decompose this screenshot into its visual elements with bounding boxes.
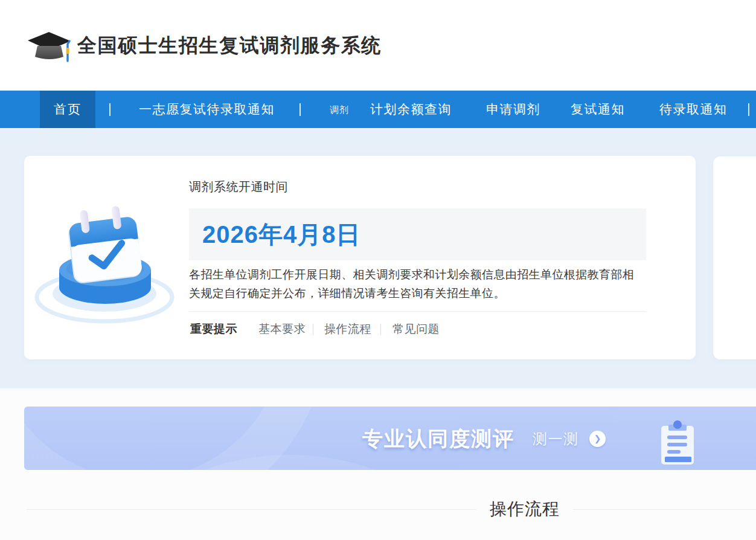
open-time-label: 调剂系统开通时间 [189, 179, 288, 195]
open-time-description: 各招生单位调剂工作开展日期、相关调剂要求和计划余额信息由招生单位根据教育部相关规… [189, 265, 637, 303]
site-title: 全国硕士生招生复试调剂服务系统 [77, 33, 382, 58]
card-divider [189, 311, 646, 312]
tab-divider [313, 324, 313, 335]
header: 全国硕士生招生复试调剂服务系统 [0, 0, 756, 91]
nav-item-plan-balance-query[interactable]: 计划余额查询 [370, 91, 452, 128]
nav-item-reexam-notice[interactable]: 复试通知 [571, 91, 625, 128]
section-divider [27, 509, 756, 510]
tab-faq[interactable]: 常见问题 [392, 321, 440, 338]
nav-item-admission-notice[interactable]: 待录取通知 [659, 91, 728, 128]
banner-action-link[interactable]: 测一测 [533, 407, 579, 470]
graduation-cap-icon [25, 28, 74, 68]
nav-divider [109, 103, 111, 116]
tab-important-tips[interactable]: 重要提示 [190, 321, 237, 338]
tab-basic-requirements[interactable]: 基本要求 [258, 321, 306, 338]
nav-item-first-choice-admission-notice[interactable]: 一志愿复试待录取通知 [139, 91, 275, 128]
nav-item-apply-transfer[interactable]: 申请调剂 [486, 91, 540, 128]
tab-divider [380, 324, 381, 335]
calendar-check-illustration [33, 198, 179, 326]
main-nav: 首页 一志愿复试待录取通知 调剂 计划余额查询 申请调剂 复试通知 待录取通知 [0, 91, 756, 128]
side-card [713, 156, 756, 359]
open-date: 2026年4月8日 [202, 208, 360, 260]
assessment-banner[interactable]: 专业认同度测评 测一测 ❯ [24, 407, 756, 470]
open-time-card: 调剂系统开通时间 2026年4月8日 各招生单位调剂工作开展日期、相关调剂要求和… [24, 156, 696, 359]
banner-title: 专业认同度测评 [362, 407, 514, 470]
nav-divider [748, 103, 749, 116]
nav-item-home[interactable]: 首页 [40, 91, 95, 128]
nav-group-label-tiaoji: 调剂 [330, 91, 349, 128]
page: 全国硕士生招生复试调剂服务系统 首页 一志愿复试待录取通知 调剂 计划余额查询 … [0, 0, 756, 540]
open-date-box: 2026年4月8日 [189, 208, 646, 260]
clipboard-icon [659, 420, 696, 466]
chevron-right-icon[interactable]: ❯ [589, 431, 606, 447]
flow-section-title: 操作流程 [476, 498, 573, 521]
tab-operation-flow[interactable]: 操作流程 [324, 321, 371, 338]
nav-divider [300, 103, 301, 116]
